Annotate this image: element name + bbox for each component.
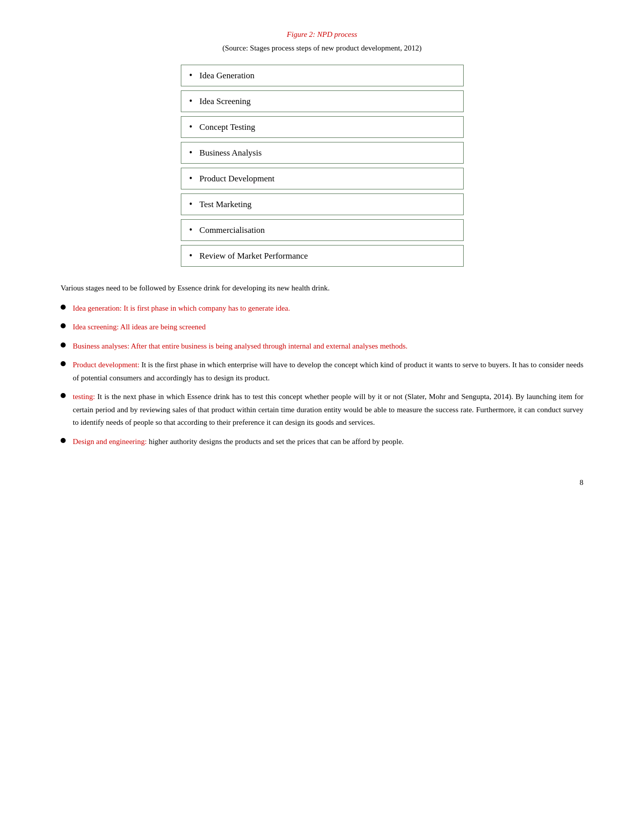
bullet-label-5: testing: bbox=[73, 393, 95, 401]
bullet-dot bbox=[61, 438, 66, 443]
npd-step-3: Concept Testing bbox=[181, 116, 464, 138]
npd-diagram: Idea Generation Idea Screening Concept T… bbox=[181, 65, 464, 267]
source-prefix: (Source: Stages process steps of new pro… bbox=[222, 44, 402, 52]
list-item-5: testing: It is the next phase in which E… bbox=[61, 390, 583, 429]
bullet-content-6: Design and engineering: higher authority… bbox=[73, 435, 583, 449]
npd-step-1: Idea Generation bbox=[181, 65, 464, 86]
list-item-6: Design and engineering: higher authority… bbox=[61, 435, 583, 449]
npd-step-5: Product Development bbox=[181, 168, 464, 189]
figure-source: (Source: Stages process steps of new pro… bbox=[61, 44, 583, 53]
npd-step-2: Idea Screening bbox=[181, 90, 464, 112]
intro-paragraph: Various stages need to be followed by Es… bbox=[61, 282, 583, 295]
bullet-content-5: testing: It is the next phase in which E… bbox=[73, 390, 583, 429]
bullet-dot bbox=[61, 393, 66, 398]
bullet-dot bbox=[61, 305, 66, 310]
bullet-content-1: Idea generation: It is first phase in wh… bbox=[73, 302, 583, 315]
list-item-4: Product development: It is the first pha… bbox=[61, 359, 583, 384]
list-item-2: Idea screening: All ideas are being scre… bbox=[61, 321, 583, 334]
bullet-content-4: Product development: It is the first pha… bbox=[73, 359, 583, 384]
npd-step-4: Business Analysis bbox=[181, 142, 464, 164]
figure-caption: Figure 2: NPD process bbox=[61, 30, 583, 39]
bullet-label-3: Business analyses: After that entire bus… bbox=[73, 342, 408, 350]
list-item-1: Idea generation: It is first phase in wh… bbox=[61, 302, 583, 315]
list-item-3: Business analyses: After that entire bus… bbox=[61, 340, 583, 353]
bullet-label-4: Product development: bbox=[73, 361, 139, 369]
npd-step-7: Commercialisation bbox=[181, 219, 464, 241]
bullet-list: Idea generation: It is first phase in wh… bbox=[61, 302, 583, 449]
npd-step-8: Review of Market Performance bbox=[181, 245, 464, 267]
bullet-text-6: higher authority designs the products an… bbox=[147, 437, 404, 446]
bullet-text-4: It is the first phase in which enterpris… bbox=[73, 361, 583, 382]
figure-title: Figure 2: NPD process bbox=[287, 30, 357, 38]
bullet-content-2: Idea screening: All ideas are being scre… bbox=[73, 321, 583, 334]
source-suffix: ) bbox=[419, 44, 422, 52]
bullet-label-1: Idea generation: It is first phase in wh… bbox=[73, 304, 290, 312]
bullet-label-2: Idea screening: All ideas are being scre… bbox=[73, 323, 206, 331]
bullet-dot bbox=[61, 323, 66, 328]
source-year: 2012 bbox=[404, 44, 419, 52]
page-number: 8 bbox=[61, 478, 583, 487]
bullet-dot bbox=[61, 342, 66, 348]
bullet-text-5: It is the next phase in which Essence dr… bbox=[73, 393, 583, 426]
bullet-content-3: Business analyses: After that entire bus… bbox=[73, 340, 583, 353]
bullet-label-6: Design and engineering: bbox=[73, 437, 147, 446]
bullet-dot bbox=[61, 361, 66, 366]
npd-step-6: Test Marketing bbox=[181, 193, 464, 215]
